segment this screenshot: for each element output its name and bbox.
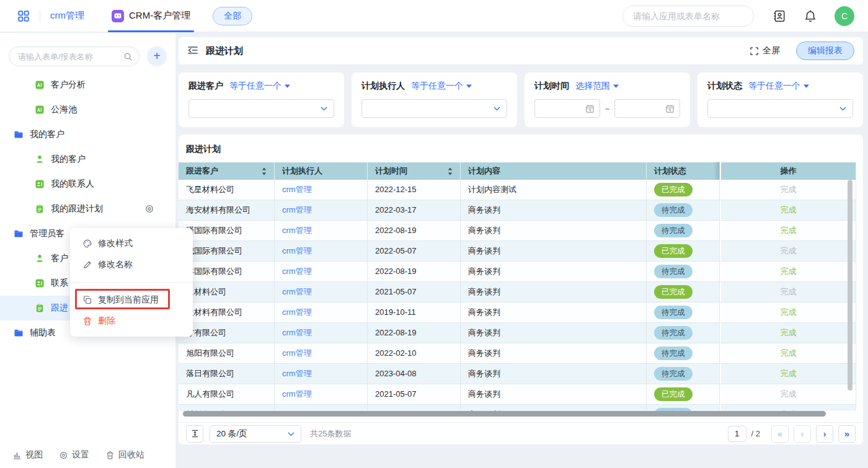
date-end-input[interactable]: [614, 99, 680, 118]
sidebar-item-1[interactable]: 公海池: [0, 97, 175, 122]
horizontal-scrollbar[interactable]: [183, 411, 826, 417]
global-search[interactable]: [622, 6, 754, 27]
filter-operator-dropdown[interactable]: 选择范围: [575, 81, 619, 92]
executor-link[interactable]: crm管理: [282, 185, 312, 194]
prev-page-button[interactable]: ‹: [794, 425, 811, 443]
next-page-button[interactable]: ›: [816, 425, 833, 443]
column-label: 计划内容: [468, 166, 500, 177]
executor-link[interactable]: crm管理: [282, 267, 312, 276]
filter-select[interactable]: [707, 99, 853, 118]
sidebar-item-label: 我的客户: [30, 129, 64, 140]
clipboard-icon: [35, 204, 45, 214]
page-number-input[interactable]: 1: [728, 426, 746, 442]
executor-link[interactable]: crm管理: [282, 369, 312, 378]
table-row: 城国际有限公司crm管理2022-05-07商务谈判已完成完成: [179, 241, 856, 262]
complete-action-link[interactable]: 完成: [781, 328, 797, 337]
page-size-select[interactable]: 20 条/页: [210, 425, 301, 443]
sidebar-item-0[interactable]: 客户分析: [0, 73, 175, 97]
date-start-input[interactable]: [534, 99, 600, 118]
context-menu-item-1[interactable]: 修改名称: [70, 254, 193, 275]
cell-customer: 旭阳有限公司: [179, 343, 275, 364]
sort-icon[interactable]: [448, 167, 453, 175]
executor-link[interactable]: crm管理: [282, 328, 312, 337]
complete-action-link[interactable]: 完成: [781, 205, 797, 214]
vertical-scrollbar[interactable]: [848, 180, 852, 391]
complete-action-link: 完成: [781, 185, 797, 194]
executor-link[interactable]: crm管理: [282, 246, 312, 255]
sidebar-item-4[interactable]: 我的联系人: [0, 172, 175, 196]
total-count-label: 共25条数据: [310, 428, 351, 439]
sidebar-search-input[interactable]: [18, 52, 123, 61]
cell-action: 完成: [720, 241, 856, 262]
sidebar-item-2[interactable]: 我的客户: [0, 122, 175, 147]
trash-icon: [82, 316, 92, 326]
context-menu-item-3[interactable]: 删除: [70, 311, 193, 332]
executor-link[interactable]: crm管理: [282, 287, 312, 296]
footer-trash-button[interactable]: 回收站: [105, 449, 144, 461]
contacts-icon[interactable]: [773, 9, 786, 23]
cell-executor: crm管理: [275, 364, 368, 384]
context-menu-item-label: 修改样式: [98, 238, 133, 249]
filter-operator-dropdown[interactable]: 等于任意一个: [229, 81, 290, 92]
filter-operator-dropdown[interactable]: 等于任意一个: [411, 81, 472, 92]
sidebar-item-3[interactable]: 我的客户: [0, 147, 175, 172]
footer-chart-button[interactable]: 视图: [12, 449, 43, 461]
context-menu-item-2[interactable]: 复制到当前应用: [70, 289, 193, 311]
last-page-button[interactable]: »: [838, 425, 856, 443]
edit-report-button[interactable]: 编辑报表: [796, 42, 854, 60]
topbar: crm管理 CRM-客户管理 全部 C: [0, 0, 868, 32]
cell-executor: crm管理: [275, 405, 368, 411]
page-size-value: 20 条/页: [216, 429, 247, 438]
avatar[interactable]: C: [835, 6, 854, 26]
collapse-sidebar-icon[interactable]: [187, 46, 198, 56]
cell-plan-date: 2022-08-19: [368, 221, 461, 241]
cell-status: 待完成: [647, 262, 720, 282]
executor-link[interactable]: crm管理: [282, 205, 312, 214]
cell-status: 待完成: [647, 323, 720, 343]
fullscreen-button[interactable]: 全屏: [750, 45, 780, 56]
filter-operator-dropdown[interactable]: 等于任意一个: [748, 81, 809, 92]
executor-link[interactable]: crm管理: [282, 348, 312, 358]
chevron-down-icon: [288, 432, 294, 437]
footer-settings-button[interactable]: 设置: [59, 449, 89, 461]
complete-action-link[interactable]: 完成: [781, 369, 797, 378]
sidebar-search[interactable]: [9, 46, 140, 66]
column-label: 计划时间: [375, 166, 407, 177]
executor-link[interactable]: crm管理: [282, 389, 312, 399]
settings-icon[interactable]: [144, 204, 154, 214]
row-height-button[interactable]: [186, 425, 203, 443]
tab-crm-customer-management[interactable]: CRM-客户管理: [109, 0, 193, 32]
main-content: 跟进计划 全屏 编辑报表 跟进客户等于任意一个计划执行人等于任意一个计划时间选择…: [175, 33, 868, 468]
cell-plan-content: 商务谈判: [461, 343, 647, 364]
first-page-button[interactable]: «: [771, 425, 789, 443]
context-menu-item-0[interactable]: 修改样式: [70, 233, 193, 254]
complete-action-link[interactable]: 完成: [781, 348, 797, 358]
filter-select[interactable]: [188, 99, 334, 118]
platform-name-link[interactable]: crm管理: [50, 10, 84, 22]
complete-action-link[interactable]: 完成: [781, 307, 797, 317]
executor-link[interactable]: crm管理: [282, 307, 312, 317]
column-label: 操作: [781, 166, 797, 177]
column-header-0[interactable]: 跟进客户: [179, 162, 275, 180]
all-filter-pill[interactable]: 全部: [213, 7, 252, 25]
apps-grid-icon[interactable]: [17, 10, 30, 22]
sort-icon[interactable]: [262, 167, 267, 175]
complete-action-link[interactable]: 完成: [781, 226, 797, 235]
column-header-2[interactable]: 计划时间: [368, 162, 461, 180]
global-search-input[interactable]: [633, 11, 745, 21]
sidebar-item-5[interactable]: 我的跟进计划: [0, 196, 175, 221]
filter-select[interactable]: [361, 99, 507, 118]
sidebar-item-label: 我的联系人: [51, 179, 94, 190]
add-form-button[interactable]: +: [147, 46, 167, 66]
complete-action-link[interactable]: 完成: [781, 267, 797, 276]
executor-link[interactable]: crm管理: [282, 226, 312, 235]
cell-executor: crm管理: [275, 180, 368, 200]
filter-operator-label: 等于任意一个: [229, 81, 281, 92]
cell-action: 完成: [720, 384, 856, 405]
sidebar-item-label: 客户: [51, 253, 68, 264]
cell-action: 完成: [720, 262, 856, 282]
bell-icon[interactable]: [804, 9, 817, 23]
table-row: 材料有限公司crm管理2022-10-11商务谈判待完成完成: [179, 405, 856, 411]
table-body: 飞星材料公司crm管理2022-12-15计划内容测试已完成完成海安材料有限公司…: [179, 180, 856, 411]
context-menu-item-label: 修改名称: [98, 259, 133, 270]
